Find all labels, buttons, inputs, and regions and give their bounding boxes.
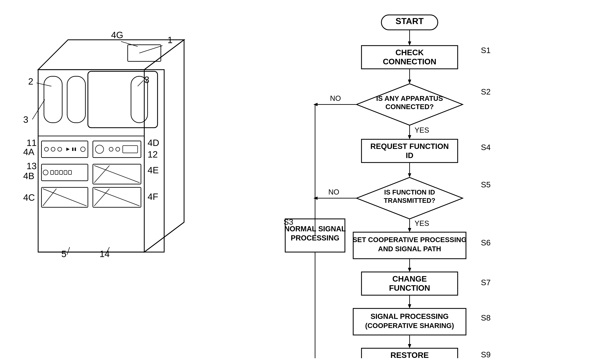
svg-line-35: [94, 165, 110, 183]
label-4e: 4E: [148, 165, 159, 175]
label-13: 13: [26, 161, 37, 171]
svg-line-47: [41, 168, 42, 169]
page-container: 1 4G 2 3 3 11 4A 13 4B: [0, 0, 589, 364]
svg-point-13: [58, 147, 62, 151]
label-4f: 4F: [148, 192, 158, 202]
label-4c: 4C: [23, 192, 35, 203]
svg-point-19: [43, 170, 48, 175]
s9-label: S9: [481, 350, 491, 358]
label-4b: 4B: [23, 171, 34, 181]
svg-rect-16: [75, 148, 76, 151]
device-svg: 1 4G 2 3 3 11 4A 13 4B: [10, 20, 259, 335]
apparatus-q-label2: CONNECTED?: [385, 103, 434, 110]
svg-rect-39: [128, 45, 161, 61]
label-4d: 4D: [148, 138, 159, 148]
s8-label: S8: [481, 313, 491, 322]
yes-label-1: YES: [414, 126, 429, 134]
signal-proc-label1: SIGNAL PROCESSING: [370, 312, 448, 320]
change-fn-label2: FUNCTION: [389, 284, 430, 292]
svg-line-45: [41, 145, 42, 146]
s1-label: S1: [481, 46, 491, 55]
s7-label: S7: [481, 278, 491, 287]
svg-point-31: [116, 147, 120, 151]
svg-line-40: [139, 46, 162, 53]
request-fn-label1: REQUEST FUNCTION: [370, 142, 449, 150]
svg-marker-56: [408, 41, 411, 46]
svg-point-17: [81, 147, 85, 152]
start-label: START: [395, 16, 424, 26]
svg-marker-64: [313, 103, 317, 106]
svg-marker-62: [408, 135, 411, 139]
label-1: 1: [168, 35, 173, 45]
svg-marker-59: [408, 80, 411, 84]
no-label-1: NO: [330, 94, 341, 102]
svg-rect-18: [41, 164, 88, 181]
svg-line-37: [94, 189, 140, 206]
label-11: 11: [26, 138, 37, 148]
svg-marker-1: [38, 40, 184, 70]
change-fn-label1: CHANGE: [392, 274, 427, 283]
apparatus-q-label1: IS ANY APPARATUS: [376, 95, 443, 102]
svg-rect-21: [55, 170, 58, 175]
label-5: 5: [61, 249, 66, 259]
svg-point-12: [51, 147, 55, 151]
svg-marker-72: [408, 228, 411, 232]
svg-line-34: [94, 165, 140, 183]
svg-line-52: [67, 247, 70, 254]
device-area: 1 4G 2 3 3 11 4A 13 4B: [10, 20, 259, 335]
s5-label: S5: [481, 180, 491, 189]
svg-rect-32: [123, 146, 138, 153]
fn-id-q-label1: IS FUNCTION ID: [384, 188, 435, 196]
svg-marker-67: [408, 173, 411, 177]
svg-rect-22: [59, 170, 63, 175]
svg-line-44: [138, 80, 143, 86]
svg-marker-78: [408, 304, 411, 308]
request-fn-label2: ID: [406, 151, 413, 160]
svg-rect-0: [38, 70, 164, 252]
normal-signal-label2: PROCESSING: [291, 234, 339, 242]
label-12: 12: [148, 149, 158, 160]
svg-rect-23: [64, 170, 67, 175]
s4-label: S4: [481, 143, 491, 152]
no-label-2: NO: [328, 188, 339, 196]
svg-point-30: [109, 147, 113, 151]
svg-rect-6: [67, 76, 85, 123]
flowchart-svg: START S1 CHECK CONNECTION S2 IS ANY APPA…: [282, 10, 580, 358]
label-3-left: 3: [23, 114, 28, 125]
signal-proc-label2: (COOPERATIVE SHARING): [365, 322, 454, 330]
flowchart-area: START S1 CHECK CONNECTION S2 IS ANY APPA…: [282, 10, 580, 358]
svg-point-29: [95, 145, 104, 153]
svg-rect-24: [69, 170, 71, 175]
s6-label: S6: [481, 238, 491, 247]
normal-signal-label1: NORMAL SIGNAL: [284, 225, 346, 233]
svg-line-38: [94, 189, 110, 206]
svg-rect-28: [93, 141, 141, 157]
label-3-right: 3: [144, 75, 149, 85]
svg-line-41: [121, 41, 138, 46]
yes-label-2: YES: [414, 219, 429, 227]
set-coop-label2: AND SIGNAL PATH: [378, 245, 441, 253]
check-connection-label: CHECK: [395, 48, 424, 57]
label-4g: 4G: [111, 30, 123, 40]
fn-id-q-label2: TRANSMITTED?: [384, 197, 435, 204]
restore-label1: RESTORE: [390, 351, 429, 358]
svg-marker-14: [66, 148, 70, 151]
label-2: 2: [28, 76, 33, 87]
set-coop-label1: SET COOPERATIVE PROCESSING: [353, 236, 467, 244]
check-connection-label2: CONNECTION: [383, 57, 436, 66]
s3-label: S3: [284, 218, 293, 226]
s2-label: S2: [481, 87, 491, 96]
svg-marker-75: [408, 268, 411, 272]
svg-line-50: [141, 145, 141, 146]
svg-rect-5: [44, 76, 62, 123]
label-4a: 4A: [23, 147, 34, 157]
svg-rect-20: [51, 170, 54, 175]
svg-marker-81: [408, 344, 411, 348]
svg-point-11: [45, 147, 48, 151]
svg-rect-15: [72, 148, 73, 151]
